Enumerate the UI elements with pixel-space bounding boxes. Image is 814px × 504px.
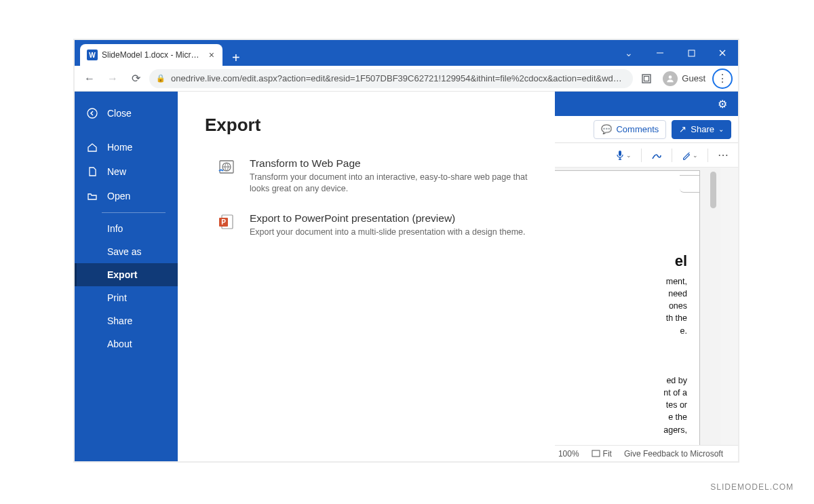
word-app-icon: W — [87, 50, 98, 60]
svg-point-14 — [88, 109, 97, 118]
powerpoint-icon: P — [217, 212, 236, 231]
export-option-transform-web-page[interactable]: Transform to Web Page Transform your doc… — [205, 153, 528, 208]
sidebar-open[interactable]: Open — [75, 184, 178, 208]
backstage-sidebar: Close Home New Open Info Save as Export … — [75, 92, 178, 461]
browser-menu-button[interactable]: ⋮ — [712, 69, 733, 89]
sidebar-item-about[interactable]: About — [75, 332, 178, 355]
close-window-button[interactable] — [707, 40, 738, 66]
svg-point-6 — [669, 75, 672, 79]
lock-icon: 🔒 — [156, 74, 166, 83]
window-controls: ⌄ — [613, 40, 738, 66]
titlebar: W SlideModel 1.docx - Microsoft W × + ⌄ — [75, 40, 738, 66]
export-option-powerpoint[interactable]: P Export to PowerPoint presentation (pre… — [205, 208, 528, 252]
sidebar-item-info[interactable]: Info — [75, 217, 178, 240]
open-folder-icon — [87, 191, 98, 201]
url-bar[interactable]: 🔒 onedrive.live.com/edit.aspx?action=edi… — [149, 69, 633, 88]
fit-label: Fit — [603, 449, 612, 459]
forward-button[interactable]: → — [103, 69, 122, 88]
export-option-title: Export to PowerPoint presentation (previ… — [250, 212, 525, 225]
doc-text-fragment: ed by nt of a tes or e the agers, — [545, 374, 687, 436]
sidebar-home[interactable]: Home — [75, 135, 178, 159]
web-page-icon — [217, 157, 236, 176]
toolbar-separator — [641, 149, 642, 162]
fit-button[interactable]: Fit — [592, 449, 612, 459]
comments-button[interactable]: 💬 Comments — [594, 120, 666, 139]
share-icon: ↗ — [679, 124, 686, 134]
export-option-desc: Export your document into a multi-slide … — [250, 227, 525, 238]
svg-rect-8 — [592, 450, 600, 457]
close-tab-icon[interactable]: × — [208, 50, 216, 60]
chevron-down-icon: ⌄ — [693, 152, 698, 159]
svg-rect-1 — [689, 50, 695, 56]
chevron-down-icon: ⌄ — [626, 152, 632, 159]
back-arrow-icon — [87, 108, 98, 119]
profile-label: Guest — [682, 73, 705, 83]
sidebar-item-print[interactable]: Print — [75, 286, 178, 309]
close-backstage-button[interactable]: Close — [75, 101, 178, 125]
sidebar-item-export[interactable]: Export — [75, 263, 178, 286]
share-button[interactable]: ↗ Share ⌄ — [672, 120, 731, 139]
back-button[interactable]: ← — [80, 69, 99, 88]
browser-tab[interactable]: W SlideModel 1.docx - Microsoft W × — [80, 44, 222, 66]
doc-text-fragment: ment, need ones th the e. — [545, 275, 687, 337]
document-canvas: el ment, need ones th the e. ed by nt of… — [530, 168, 720, 445]
share-label: Share — [691, 124, 714, 134]
comments-label: Comments — [616, 124, 659, 134]
svg-text:P: P — [221, 218, 226, 226]
sidebar-label: New — [107, 166, 126, 177]
tabs-dropdown-icon[interactable]: ⌄ — [613, 40, 644, 66]
browser-window: W SlideModel 1.docx - Microsoft W × + ⌄ … — [73, 39, 739, 463]
watermark: SLIDEMODEL.COM — [710, 482, 794, 492]
svg-rect-5 — [644, 76, 649, 81]
chevron-down-icon: ⌄ — [718, 125, 724, 133]
svg-rect-4 — [642, 75, 651, 83]
more-options-button[interactable]: ⋯ — [718, 149, 729, 161]
sidebar-label: Open — [107, 191, 130, 201]
backstage-main: Export Transform to Web Page Transform y… — [178, 92, 555, 461]
svg-rect-7 — [619, 151, 621, 156]
tab-title: SlideModel 1.docx - Microsoft W — [102, 50, 204, 60]
avatar-icon — [663, 71, 678, 86]
new-tab-button[interactable]: + — [222, 50, 250, 66]
designer-button[interactable]: ⌄ — [682, 150, 698, 161]
ink-button[interactable] — [651, 150, 662, 161]
page-title: Export — [205, 115, 528, 136]
zoom-level[interactable]: 100% — [558, 449, 579, 459]
maximize-button[interactable] — [676, 40, 707, 66]
toolbar-separator — [708, 149, 708, 162]
sidebar-item-save-as[interactable]: Save as — [75, 240, 178, 263]
page-ear — [680, 175, 700, 193]
sidebar-item-share[interactable]: Share — [75, 309, 178, 332]
sidebar-new[interactable]: New — [75, 159, 178, 184]
settings-gear-icon[interactable]: ⚙ — [718, 98, 727, 111]
new-doc-icon — [87, 166, 98, 177]
address-bar-row: ← → ⟳ 🔒 onedrive.live.com/edit.aspx?acti… — [75, 66, 738, 92]
vertical-scrollbar[interactable] — [710, 172, 716, 208]
export-option-desc: Transform your document into an interact… — [250, 172, 528, 195]
export-option-title: Transform to Web Page — [250, 157, 528, 170]
dictate-button[interactable]: ⌄ — [615, 150, 632, 161]
document-page: el ment, need ones th the e. ed by nt of… — [530, 170, 700, 462]
sidebar-label: Home — [107, 142, 132, 153]
doc-heading-fragment: el — [531, 252, 699, 270]
close-label: Close — [107, 108, 132, 119]
sidebar-divider — [102, 212, 166, 213]
install-app-icon[interactable] — [637, 69, 656, 88]
reload-button[interactable]: ⟳ — [126, 69, 145, 88]
profile-button[interactable]: Guest — [660, 70, 708, 88]
toolbar-separator — [672, 149, 672, 162]
comment-icon: 💬 — [601, 124, 612, 134]
home-icon — [87, 142, 98, 153]
feedback-link[interactable]: Give Feedback to Microsoft — [624, 449, 723, 459]
minimize-button[interactable] — [644, 40, 676, 66]
url-text: onedrive.live.com/edit.aspx?action=edit&… — [171, 73, 626, 83]
